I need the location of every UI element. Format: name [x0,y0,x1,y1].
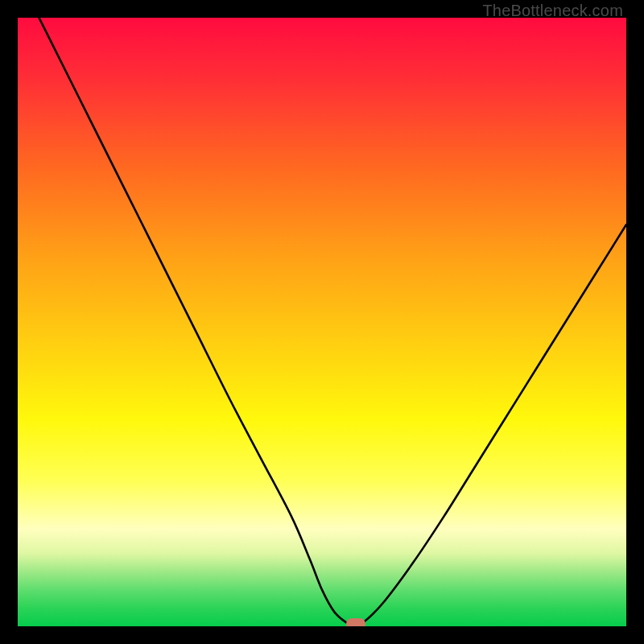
watermark-text: TheBottleneck.com [482,2,623,20]
gradient-background [18,18,626,626]
plot-area [18,18,626,626]
minimum-marker [346,618,365,626]
chart-frame: TheBottleneck.com [0,0,644,644]
